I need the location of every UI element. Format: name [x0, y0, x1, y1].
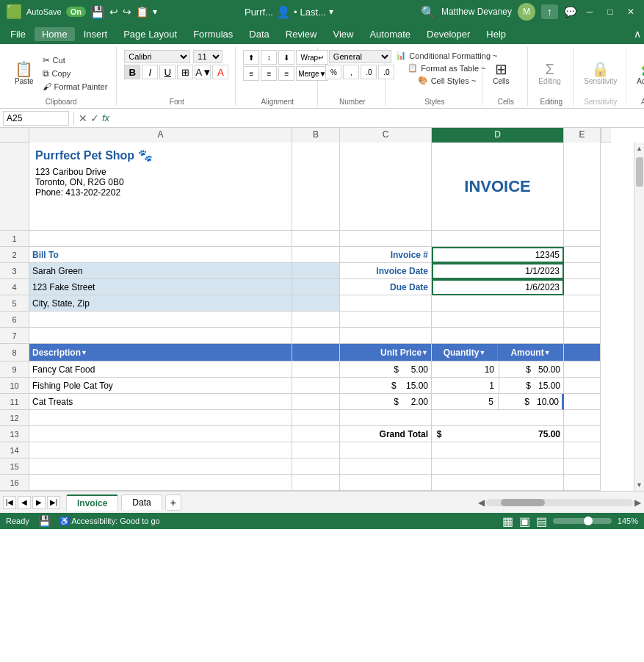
cell-e3[interactable]: [564, 263, 601, 279]
italic-button[interactable]: I: [142, 65, 158, 79]
cell-a16[interactable]: [29, 475, 292, 491]
cell-c16[interactable]: [340, 475, 432, 491]
menu-insert[interactable]: Insert: [76, 27, 115, 41]
cell-d4[interactable]: 1/6/2023: [432, 279, 564, 295]
comments-icon[interactable]: 💬: [564, 6, 576, 18]
hscroll-right-button[interactable]: ▶: [634, 497, 641, 508]
cell-e11[interactable]: [564, 394, 601, 410]
cell-a15[interactable]: [29, 458, 292, 475]
font-color-button[interactable]: A: [212, 65, 228, 79]
autosave-toggle[interactable]: On: [66, 7, 86, 17]
cell-e-header[interactable]: [564, 143, 601, 231]
cell-c-header[interactable]: [340, 143, 432, 231]
cell-e15[interactable]: [564, 458, 601, 475]
cell-e1[interactable]: [564, 231, 601, 247]
font-family-select[interactable]: Calibri: [124, 50, 190, 63]
cell-reference-box[interactable]: [3, 111, 69, 126]
scroll-track[interactable]: [634, 154, 645, 479]
cell-d3[interactable]: 1/1/2023: [432, 263, 564, 279]
cell-b13[interactable]: [292, 426, 340, 442]
view-page-button[interactable]: ▣: [519, 514, 530, 528]
cell-e12[interactable]: [564, 410, 601, 426]
sensitivity-button[interactable]: 🔒 Sensitivity: [581, 60, 620, 87]
cell-c12[interactable]: [340, 410, 432, 426]
cell-b2[interactable]: [292, 247, 340, 263]
cell-b6[interactable]: [292, 312, 340, 328]
cell-d9[interactable]: 10 $ 50.00: [432, 361, 564, 378]
cell-c15[interactable]: [340, 458, 432, 475]
cell-b4[interactable]: [292, 279, 340, 295]
tab-nav-next-button[interactable]: ▶: [32, 496, 46, 509]
formula-input[interactable]: [112, 112, 641, 125]
cut-button[interactable]: ✂ Cut: [40, 55, 111, 65]
cell-e4[interactable]: [564, 279, 601, 295]
increase-decimal-button[interactable]: .0: [361, 65, 377, 79]
cell-a3[interactable]: Sarah Green: [29, 263, 292, 279]
zoom-slider[interactable]: [553, 518, 612, 524]
cell-e8[interactable]: [564, 344, 601, 361]
cell-c9[interactable]: $ 5.00: [340, 361, 432, 378]
cell-d14[interactable]: [432, 442, 564, 458]
cell-d8[interactable]: Quantity ▼ Amount ▼: [432, 344, 564, 361]
col-header-c[interactable]: C: [340, 128, 432, 143]
copy-button[interactable]: ⧉ Copy: [40, 68, 111, 79]
horizontal-scrollbar[interactable]: [486, 499, 633, 506]
redo-icon[interactable]: ↪: [123, 6, 131, 18]
cell-d5[interactable]: [432, 295, 564, 312]
cell-a1[interactable]: [29, 231, 292, 247]
cell-a8-description[interactable]: Description ▼: [29, 344, 292, 361]
cell-e9[interactable]: [564, 361, 601, 378]
sheet-tab-invoice[interactable]: Invoice: [66, 494, 118, 511]
menu-review[interactable]: Review: [278, 27, 325, 41]
more-commands-icon[interactable]: ▾: [153, 7, 157, 17]
cell-c1[interactable]: [340, 231, 432, 247]
close-button[interactable]: ✕: [623, 4, 638, 19]
tab-nav-prev-button[interactable]: ◀: [18, 496, 31, 509]
cell-e6[interactable]: [564, 312, 601, 328]
formula-fx-icon[interactable]: fx: [102, 112, 109, 124]
vertical-scrollbar[interactable]: ▲ ▼: [634, 143, 644, 491]
align-middle-button[interactable]: ↕: [261, 50, 277, 65]
menu-data[interactable]: Data: [242, 27, 276, 41]
col-header-a[interactable]: A: [29, 128, 292, 143]
menu-home[interactable]: Home: [35, 27, 75, 41]
cell-b3[interactable]: [292, 263, 340, 279]
percent-button[interactable]: %: [325, 65, 341, 79]
zoom-thumb[interactable]: [584, 517, 593, 525]
cell-a14[interactable]: [29, 442, 292, 458]
clipboard-icon[interactable]: 📋: [136, 6, 148, 18]
tab-nav-first-button[interactable]: |◀: [3, 496, 16, 509]
border-button[interactable]: ⊞: [177, 65, 193, 79]
maximize-button[interactable]: □: [603, 4, 618, 19]
expand-icon[interactable]: ▾: [329, 7, 333, 17]
cell-styles-button[interactable]: 🎨 Cell Styles ~: [415, 75, 479, 86]
formula-cancel-icon[interactable]: ✕: [79, 112, 87, 124]
cell-b12[interactable]: [292, 410, 340, 426]
cell-d13[interactable]: $ 75.00: [432, 426, 564, 442]
cell-c7[interactable]: [340, 328, 432, 344]
cell-d2[interactable]: 12345: [432, 247, 564, 263]
cell-a10[interactable]: Fishing Pole Cat Toy: [29, 378, 292, 394]
cell-b14[interactable]: [292, 442, 340, 458]
cell-c3[interactable]: Invoice Date: [340, 263, 432, 279]
cell-b7[interactable]: [292, 328, 340, 344]
align-bottom-button[interactable]: ⬇: [278, 50, 294, 65]
align-left-button[interactable]: ≡: [243, 66, 259, 81]
cell-a12[interactable]: [29, 410, 292, 426]
cells-button[interactable]: ⊞ Cells: [490, 60, 512, 87]
cell-e16[interactable]: [564, 475, 601, 491]
minimize-button[interactable]: ─: [582, 4, 597, 19]
col-header-b[interactable]: B: [292, 128, 340, 143]
cell-e14[interactable]: [564, 442, 601, 458]
cell-d11[interactable]: 5 $ 10.00: [432, 394, 564, 410]
font-size-select[interactable]: 11: [193, 50, 222, 63]
align-right-button[interactable]: ≡: [278, 66, 294, 81]
cell-b1[interactable]: [292, 231, 340, 247]
cell-d1[interactable]: [432, 231, 564, 247]
cell-e2[interactable]: [564, 247, 601, 263]
undo-icon[interactable]: ↩: [109, 6, 118, 18]
tab-nav-last-button[interactable]: ▶|: [47, 496, 60, 509]
cell-c8-unit-price[interactable]: Unit Price ▼: [340, 344, 432, 361]
cell-c6[interactable]: [340, 312, 432, 328]
addins-button[interactable]: 🧩 Add-ins: [634, 60, 644, 87]
